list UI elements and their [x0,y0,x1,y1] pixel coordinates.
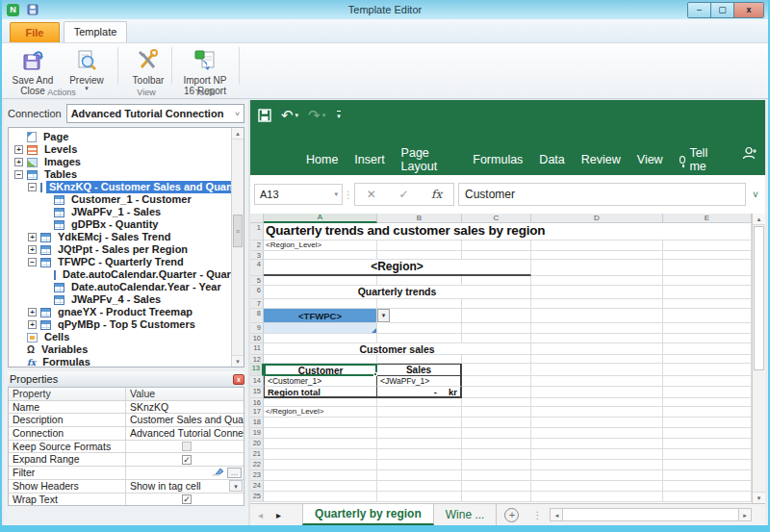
checkbox-icon[interactable] [182,442,192,451]
sheet-tab-quarterly-by-region[interactable]: Quarterly by region [302,504,434,525]
tree-expander-icon[interactable]: + [28,245,37,254]
menu-formulas[interactable]: Formulas [473,153,523,166]
tree-expander-icon[interactable]: − [14,170,23,179]
tree-expander-icon[interactable]: + [28,233,37,241]
save-and-close-button[interactable]: Save And Close [6,45,60,86]
properties-close-icon[interactable]: x [233,374,244,385]
tree-item[interactable]: Date.autoCalendar.Year - Year [9,281,244,293]
grid-cell[interactable] [264,470,377,481]
row-header-16[interactable]: 16 [250,398,264,407]
sheet-tab-wine[interactable]: Wine ... [434,504,498,525]
cell-A1[interactable]: Quarterly trends and customer sales by r… [264,223,752,241]
grid-cell[interactable] [531,251,663,260]
row-header-20[interactable]: 20 [250,439,264,449]
tree-expander-icon[interactable]: + [28,308,37,317]
close-button[interactable]: x [734,3,763,17]
row-header-18[interactable]: 18 [250,418,264,428]
grid-cell[interactable] [462,355,531,364]
row-header-6[interactable]: 6 [250,286,264,299]
grid-cell[interactable] [462,376,531,387]
grid-cell[interactable] [377,241,462,251]
grid-cell[interactable] [462,492,531,502]
formula-bar-expand-icon[interactable]: ˅ [746,190,765,200]
grid-cell[interactable] [377,355,462,364]
grid-cell[interactable] [663,439,752,449]
scroll-down-icon[interactable]: ▾ [753,492,765,503]
row-header-11[interactable]: 11 [250,343,264,355]
grid-cell[interactable] [462,481,531,492]
checkbox-icon[interactable]: ✓ [182,494,192,504]
grid-cell[interactable] [531,355,663,364]
grid-cell[interactable] [264,481,377,492]
tree-item[interactable]: Page [9,131,244,143]
grid-cell[interactable] [531,286,663,299]
insert-function-icon[interactable]: fx [431,188,442,201]
grid-cell[interactable] [531,418,663,428]
tree-item[interactable]: +qPyMBp - Top 5 Customers [9,318,244,331]
row-header-4[interactable]: 4 [250,260,264,276]
row-header-15[interactable]: 15 [250,387,264,398]
grid-cell[interactable] [531,398,663,407]
property-value-text[interactable]: Customer Sales and Quantity [130,414,244,426]
grid-cell[interactable] [531,428,663,439]
scroll-up-icon[interactable]: ▴ [232,128,244,139]
tree-item[interactable]: Date.autoCalendar.Quarter - Quarter [9,268,244,281]
grid-cell[interactable] [663,241,752,251]
tree-scroll-thumb[interactable]: ≡ [233,215,243,247]
menu-insert[interactable]: Insert [354,153,384,166]
redo-button[interactable]: ↷ ▾ [308,108,325,122]
grid-cell[interactable] [663,299,752,309]
grid-cell[interactable] [663,260,752,276]
tree-item[interactable]: −Tables [9,168,244,181]
grid-cell[interactable] [462,449,531,460]
grid-cell[interactable] [531,387,663,398]
grid-cell[interactable] [663,470,752,481]
grid-cell[interactable] [377,449,462,460]
grid-cell[interactable] [531,481,663,492]
tree-expander-icon[interactable]: + [14,145,23,154]
grid-cell[interactable] [264,299,377,309]
grid-cell[interactable] [377,418,462,428]
grid-cell[interactable] [531,449,663,460]
column-header-C[interactable]: C [462,214,531,223]
grid-cell[interactable] [264,492,377,502]
grid-cell[interactable] [377,299,462,309]
formula-bar-input[interactable]: Customer [458,183,746,206]
tree-item[interactable]: −SKnzKQ - Customer Sales and Quantity [9,181,244,193]
property-value-text[interactable]: Advanced Tutorial Connection [130,427,244,440]
row-header-10[interactable]: 10 [250,334,264,343]
excel-save-icon[interactable] [258,109,271,122]
tree-item[interactable]: Customer_1 - Customer [9,193,244,206]
cell-A6[interactable]: Quarterly trends [264,286,531,299]
grid-cell[interactable] [663,481,752,492]
minimize-button[interactable]: – [688,3,711,17]
vertical-scroll-thumb[interactable] [754,226,764,370]
scroll-right-icon[interactable]: ▸ [739,509,751,520]
grid-cell[interactable] [462,334,531,343]
cell-A2[interactable]: <Region_Level> [264,241,377,251]
grid-cell[interactable] [531,260,663,276]
cell-A11[interactable]: Customer sales [264,343,531,355]
grid-cell[interactable] [531,241,663,251]
menu-page-layout[interactable]: Page Layout [401,146,457,173]
grid-cell[interactable] [663,334,752,343]
grid-cell[interactable] [462,309,531,323]
tree-item[interactable]: ΩVariables [9,343,244,356]
grid-cell[interactable] [462,299,531,309]
grid-cell[interactable] [264,355,377,364]
row-header-9[interactable]: 9 [250,323,264,334]
eraser-icon[interactable] [212,467,224,479]
scroll-left-icon[interactable]: ◂ [551,509,562,520]
grid-cell[interactable] [663,309,752,323]
grid-cell[interactable] [663,251,752,260]
dropdown-icon[interactable]: ▾ [229,480,243,492]
tree-expander-icon[interactable]: − [28,183,37,191]
row-header-5[interactable]: 5 [250,276,264,286]
cell-A17[interactable]: </Region_Level> [264,407,377,418]
grid-cell[interactable] [663,398,752,407]
grid-cell[interactable] [462,241,531,251]
menu-home[interactable]: Home [306,153,338,166]
row-header-7[interactable]: 7 [250,299,264,309]
grid-cell[interactable] [531,439,663,449]
menu-data[interactable]: Data [539,153,564,166]
